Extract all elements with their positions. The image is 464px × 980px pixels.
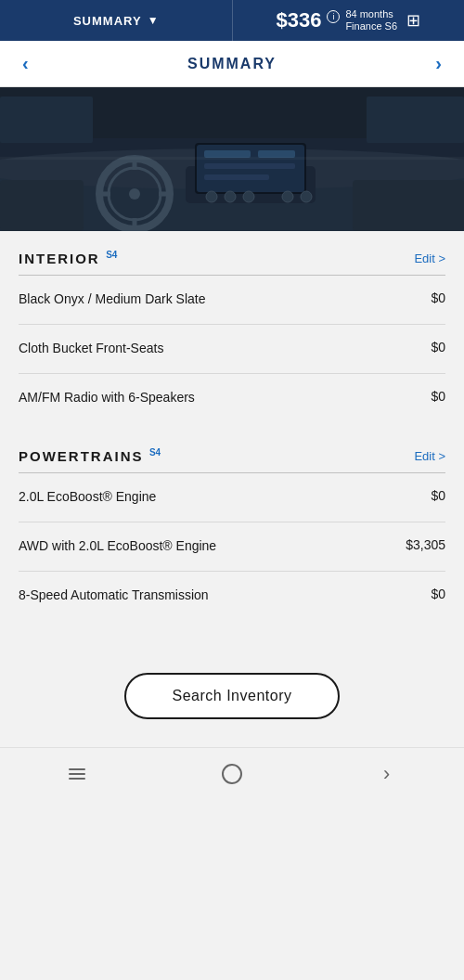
nav-back-arrow[interactable]: ‹ bbox=[15, 45, 36, 82]
interior-title: INTERIOR bbox=[19, 251, 100, 266]
item-name: AM/FM Radio with 6-Speakers bbox=[19, 389, 431, 407]
powertrains-title-group: POWERTRAINS S4 bbox=[19, 447, 161, 465]
svg-point-19 bbox=[243, 191, 254, 202]
android-back-icon: ‹ bbox=[383, 762, 390, 786]
android-home-button[interactable] bbox=[204, 755, 260, 793]
svg-rect-15 bbox=[204, 163, 295, 169]
android-back-button[interactable]: ‹ bbox=[359, 755, 415, 793]
finance-label: Finance S6 bbox=[345, 20, 397, 32]
item-price: $0 bbox=[431, 587, 445, 601]
svg-point-18 bbox=[225, 191, 236, 202]
android-menu-icon bbox=[69, 768, 85, 780]
item-name: Cloth Bucket Front-Seats bbox=[19, 340, 431, 358]
item-name: Black Onyx / Medium Dark Slate bbox=[19, 290, 431, 309]
android-home-icon bbox=[222, 764, 242, 784]
search-inventory-button[interactable]: Search Inventory bbox=[124, 673, 341, 719]
search-button-container: Search Inventory bbox=[0, 645, 464, 747]
powertrains-edit-link[interactable]: Edit > bbox=[414, 449, 445, 463]
svg-rect-14 bbox=[258, 150, 295, 158]
powertrains-section-header: POWERTRAINS S4 Edit > bbox=[19, 429, 445, 472]
menu-line-3 bbox=[69, 778, 85, 780]
svg-rect-13 bbox=[204, 150, 251, 158]
calculator-icon[interactable]: ⊞ bbox=[406, 10, 420, 31]
android-nav-bar: ‹ bbox=[0, 747, 464, 799]
price-info-icon[interactable]: i bbox=[327, 10, 340, 23]
interior-edit-link[interactable]: Edit > bbox=[414, 251, 445, 265]
summary-header-left[interactable]: SUMMARY ▼ bbox=[0, 0, 233, 41]
nav-bar: ‹ SUMMARY › bbox=[0, 41, 464, 87]
menu-line-1 bbox=[69, 768, 85, 770]
svg-rect-22 bbox=[0, 180, 84, 231]
svg-point-5 bbox=[129, 188, 140, 200]
item-price: $0 bbox=[431, 389, 445, 404]
powertrains-section: POWERTRAINS S4 Edit > 2.0L EcoBoost® Eng… bbox=[19, 429, 445, 619]
interior-section-header: INTERIOR S4 Edit > bbox=[19, 231, 445, 275]
android-menu-button[interactable] bbox=[49, 755, 105, 793]
svg-point-20 bbox=[282, 191, 293, 202]
finance-months: 84 months bbox=[345, 8, 393, 20]
svg-rect-27 bbox=[0, 157, 464, 160]
top-header: SUMMARY ▼ $336 i 84 months Finance S6 ⊞ bbox=[0, 0, 464, 41]
list-item: Black Onyx / Medium Dark Slate $0 bbox=[19, 276, 445, 325]
list-item: 8-Speed Automatic Transmission $0 bbox=[19, 572, 445, 620]
svg-rect-25 bbox=[0, 97, 93, 143]
interior-title-group: INTERIOR S4 bbox=[19, 250, 117, 267]
nav-title: SUMMARY bbox=[187, 56, 277, 72]
item-name: AWD with 2.0L EcoBoost® Engine bbox=[19, 537, 406, 556]
summary-header-label: SUMMARY bbox=[73, 14, 142, 28]
interior-section: INTERIOR S4 Edit > Black Onyx / Medium D… bbox=[19, 231, 445, 421]
svg-rect-26 bbox=[367, 97, 464, 143]
main-content: INTERIOR S4 Edit > Black Onyx / Medium D… bbox=[0, 231, 464, 645]
list-item: AWD with 2.0L EcoBoost® Engine $3,305 bbox=[19, 522, 445, 572]
svg-point-21 bbox=[301, 191, 312, 202]
item-price: $0 bbox=[431, 488, 445, 503]
finance-info: 84 months Finance S6 bbox=[345, 8, 397, 32]
summary-chevron-icon: ▼ bbox=[148, 14, 159, 27]
item-price: $0 bbox=[431, 290, 445, 305]
list-item: AM/FM Radio with 6-Speakers $0 bbox=[19, 374, 445, 422]
item-price: $3,305 bbox=[406, 537, 445, 552]
powertrains-title: POWERTRAINS bbox=[19, 448, 144, 464]
item-price: $0 bbox=[431, 340, 445, 355]
item-name: 8-Speed Automatic Transmission bbox=[19, 587, 431, 605]
menu-line-2 bbox=[69, 773, 85, 775]
item-name: 2.0L EcoBoost® Engine bbox=[19, 488, 431, 507]
list-item: Cloth Bucket Front-Seats $0 bbox=[19, 325, 445, 374]
svg-point-17 bbox=[206, 191, 217, 202]
list-item: 2.0L EcoBoost® Engine $0 bbox=[19, 473, 445, 522]
svg-rect-16 bbox=[204, 174, 269, 180]
interior-badge: S4 bbox=[106, 250, 117, 260]
price-header-right: $336 i 84 months Finance S6 ⊞ bbox=[233, 0, 465, 41]
monthly-price: $336 bbox=[276, 8, 321, 32]
powertrains-badge: S4 bbox=[149, 447, 161, 458]
svg-rect-23 bbox=[353, 180, 464, 231]
nav-forward-arrow[interactable]: › bbox=[428, 45, 449, 82]
car-interior-image bbox=[0, 87, 464, 231]
